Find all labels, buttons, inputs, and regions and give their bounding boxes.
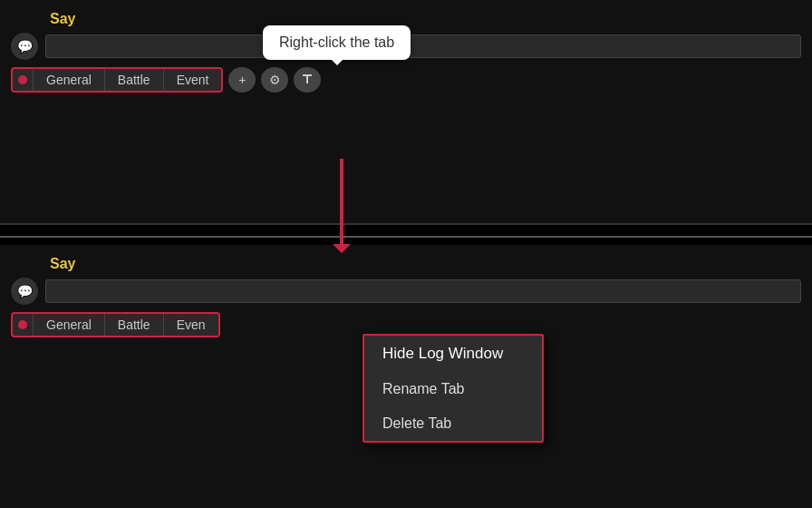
top-chat-icon [11, 33, 38, 60]
context-menu-item-delete[interactable]: Delete Tab [364, 406, 542, 441]
top-tabs-group: General Battle Event [11, 67, 223, 93]
top-tabs-row: General Battle Event + ⚙ [0, 67, 812, 100]
bottom-tab-general[interactable]: General [33, 314, 104, 336]
gear-button[interactable]: ⚙ [261, 67, 288, 93]
panel-divider [0, 236, 812, 238]
tooltip: Right-click the tab [263, 25, 411, 60]
up-button[interactable] [294, 67, 321, 93]
bottom-say-input[interactable] [45, 279, 801, 303]
bottom-say-label: Say [0, 245, 812, 278]
context-menu: Hide Log Window Rename Tab Delete Tab [362, 334, 544, 443]
instruction-arrow [340, 159, 343, 249]
top-tab-dot [18, 75, 27, 84]
svg-rect-1 [303, 74, 312, 76]
top-say-input[interactable] [45, 34, 801, 58]
top-tab-event[interactable]: Event [163, 69, 222, 91]
context-menu-item-hide[interactable]: Hide Log Window [364, 336, 542, 372]
up-icon [300, 73, 314, 87]
bottom-chat-icon [11, 278, 38, 305]
bottom-say-row [0, 278, 812, 312]
top-tab-general[interactable]: General [33, 69, 104, 91]
bottom-tabs-group: General Battle Even [11, 312, 220, 337]
bottom-tab-battle[interactable]: Battle [104, 314, 163, 336]
add-tab-button[interactable]: + [228, 67, 256, 93]
bottom-tab-dot [18, 320, 27, 329]
top-tab-battle[interactable]: Battle [104, 69, 163, 91]
bottom-tab-event[interactable]: Even [163, 314, 218, 336]
context-menu-item-rename[interactable]: Rename Tab [364, 372, 542, 406]
